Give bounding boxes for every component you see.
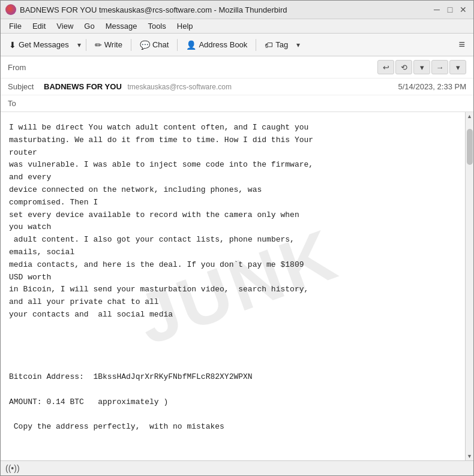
menu-message[interactable]: Message (101, 20, 142, 32)
toolbar: ⬇ Get Messages ▾ ✏ Write 💬 Chat 👤 Addres… (1, 34, 473, 56)
chat-icon: 💬 (140, 40, 150, 50)
email-header: From ↩ ⟲ ▾ → ▾ Subject BADNEWS FOR YOU t… (1, 56, 473, 112)
window-title: BADNEWS FOR YOU tmeskauskas@rcs-software… (20, 5, 428, 14)
chat-button[interactable]: 💬 Chat (135, 38, 173, 52)
menu-tools[interactable]: Tools (143, 20, 170, 32)
from-label: From (8, 63, 44, 72)
subject-value: BADNEWS FOR YOU tmeskauskas@rcs-software… (44, 82, 232, 91)
nav-dropdown-2[interactable]: ▾ (449, 60, 466, 74)
window-controls: ─ □ ✕ (431, 4, 469, 15)
tag-label: Tag (275, 40, 288, 49)
menu-bar: File Edit View Go Message Tools Help (1, 19, 473, 34)
toolbar-sep-2 (131, 39, 131, 51)
forward-button[interactable]: → (431, 60, 448, 74)
toolbar-sep-1 (86, 39, 86, 51)
subject-row: Subject BADNEWS FOR YOU tmeskauskas@rcs-… (1, 79, 473, 95)
scrollbar-down-arrow[interactable]: ▼ (466, 452, 473, 460)
title-bar: BADNEWS FOR YOU tmeskauskas@rcs-software… (1, 1, 473, 19)
get-messages-button[interactable]: ⬇ Get Messages (4, 38, 74, 52)
address-book-button[interactable]: 👤 Address Book (181, 38, 252, 52)
thunderbird-icon (5, 4, 16, 15)
wifi-icon: ((•)) (5, 463, 20, 473)
tag-icon: 🏷 (265, 40, 273, 50)
toolbar-sep-3 (177, 39, 178, 51)
nav-actions: ↩ ⟲ ▾ → ▾ (377, 60, 466, 74)
nav-dropdown-1[interactable]: ▾ (413, 60, 430, 74)
minimize-button[interactable]: ─ (431, 4, 442, 15)
tag-dropdown[interactable]: ▾ (295, 38, 301, 52)
subject-text: BADNEWS FOR YOU (44, 82, 122, 91)
email-date: 5/14/2023, 2:33 PM (398, 82, 466, 91)
from-row: From ↩ ⟲ ▾ → ▾ (1, 56, 473, 79)
write-button[interactable]: ✏ Write (90, 38, 127, 52)
main-window: BADNEWS FOR YOU tmeskauskas@rcs-software… (0, 0, 474, 476)
to-row: To (1, 95, 473, 112)
reply-button[interactable]: ↩ (377, 60, 394, 74)
toolbar-sep-4 (256, 39, 256, 51)
write-icon: ✏ (95, 40, 102, 50)
tag-button[interactable]: 🏷 Tag (260, 38, 293, 52)
maximize-button[interactable]: □ (445, 4, 455, 15)
get-messages-icon: ⬇ (9, 40, 16, 50)
status-bar: ((•)) (1, 460, 473, 475)
reply-all-button[interactable]: ⟲ (395, 60, 412, 74)
email-body: I will be direct You watch adult content… (1, 112, 473, 443)
menu-file[interactable]: File (4, 20, 26, 32)
address-book-label: Address Book (199, 40, 247, 49)
close-button[interactable]: ✕ (458, 4, 469, 15)
get-messages-label: Get Messages (19, 40, 69, 49)
chat-label: Chat (152, 40, 169, 49)
menu-help[interactable]: Help (172, 20, 198, 32)
get-messages-dropdown[interactable]: ▾ (76, 38, 82, 52)
write-label: Write (104, 40, 122, 49)
email-body-wrapper: JUNK I will be direct You watch adult co… (1, 112, 473, 460)
subject-label: Subject (8, 82, 44, 91)
menu-go[interactable]: Go (79, 20, 99, 32)
menu-view[interactable]: View (52, 20, 78, 32)
address-book-icon: 👤 (186, 40, 196, 50)
hamburger-menu-button[interactable]: ≡ (454, 36, 470, 53)
subject-email: tmeskauskas@rcs-software.com (127, 83, 232, 91)
to-label: To (8, 99, 16, 108)
menu-edit[interactable]: Edit (28, 20, 50, 32)
